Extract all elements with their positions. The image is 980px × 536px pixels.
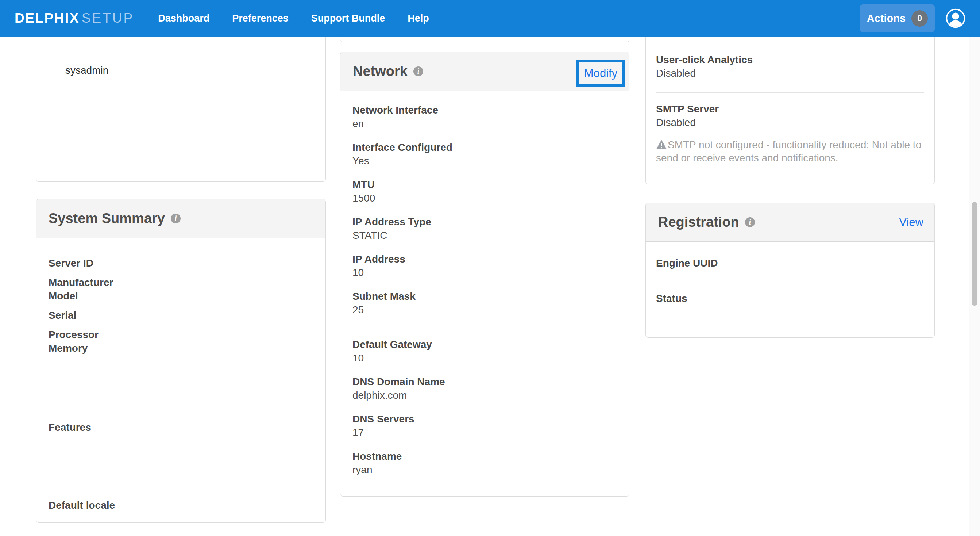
network-field-row: DNS Servers 17 [352,412,617,439]
actions-button-label: Actions [867,13,905,24]
network-body: Network Interface en Interface Configure… [340,91,629,477]
smtp-server-label: SMTP Server [656,102,719,116]
network-card: Network i Modify Network Interface en In… [340,52,629,496]
info-icon[interactable]: i [745,217,755,227]
actions-button[interactable]: Actions 0 [860,5,935,32]
network-interface-value: en [352,117,617,130]
registration-card: Registration i View Engine UUID Status [646,203,935,338]
previous-card-remnant [340,37,629,42]
network-field-row: Default Gateway 10 [352,338,617,365]
default-gateway-value: 10 [352,351,617,365]
nav-item-dashboard[interactable]: Dashboard [158,13,209,24]
network-field-row: Hostname ryan [352,450,617,477]
hostname-value: ryan [352,463,617,477]
user-click-analytics-label: User-click Analytics [656,53,753,67]
network-field-row: Subnet Mask 25 [352,290,617,317]
ip-address-label: IP Address [352,252,617,266]
registration-view-link[interactable]: View [899,216,923,229]
session-card: sysadmin [36,37,326,182]
network-section-divider [352,327,617,327]
interface-configured-label: Interface Configured [352,140,617,154]
features-label: Features [49,421,313,434]
default-gateway-label: Default Gateway [352,338,617,351]
info-icon[interactable]: i [171,214,181,223]
smtp-warning-message: SMTP not configured - functionality redu… [656,139,926,165]
system-summary-body: Server ID Manufacturer Model Serial Proc… [36,238,325,512]
server-id-label: Server ID [49,256,313,270]
network-field-row: Interface Configured Yes [352,140,617,168]
system-summary-title: System Summary [49,211,165,227]
user-avatar-button[interactable] [946,8,966,28]
network-modify-button[interactable]: Modify [576,59,625,87]
nav-item-support-bundle[interactable]: Support Bundle [311,13,385,24]
interface-configured-value: Yes [352,154,617,168]
network-interface-label: Network Interface [352,103,617,117]
network-title: Network [353,64,407,79]
engine-uuid-label: Engine UUID [656,256,924,270]
nav-menu: Dashboard Preferences Support Bundle Hel… [158,13,429,24]
system-summary-header: System Summary i [36,199,325,238]
registration-body: Engine UUID Status [646,242,934,305]
dns-servers-label: DNS Servers [352,412,617,426]
ip-address-type-label: IP Address Type [352,215,617,228]
subnet-mask-label: Subnet Mask [352,290,617,303]
brand-primary-text: DELPHIX [14,11,80,26]
smtp-warning-text: SMTP not configured - functionality redu… [656,139,921,164]
processor-label: Processor [49,328,313,341]
network-modify-label: Modify [584,67,617,80]
smtp-server-value: Disabled [656,116,719,129]
registration-header: Registration i View [646,203,934,242]
page-scrollbar-thumb[interactable] [972,202,977,306]
hostname-label: Hostname [352,450,617,463]
brand-logo[interactable]: DELPHIXSETUP [14,11,134,26]
manufacturer-label: Manufacturer [49,276,313,289]
network-field-row: IP Address 10 [352,252,617,279]
model-label: Model [49,289,313,303]
status-divider-middle [656,93,924,93]
page-scrollbar-track[interactable] [969,37,980,536]
ip-address-value: 10 [352,266,617,279]
status-field-row: SMTP Server Disabled [656,102,719,129]
network-field-row: Network Interface en [352,103,617,130]
mtu-value: 1500 [352,191,617,205]
status-divider-top [656,43,924,43]
mtu-label: MTU [352,178,617,191]
system-summary-card: System Summary i Server ID Manufacturer … [36,199,326,523]
status-field-row: User-click Analytics Disabled [656,53,753,80]
default-locale-label: Default locale [49,498,313,512]
session-divider-bottom [46,86,315,87]
registration-title: Registration [658,214,739,230]
info-icon[interactable]: i [414,67,423,76]
nav-item-help[interactable]: Help [407,13,429,24]
dns-servers-value: 17 [352,426,617,439]
brand-secondary-text: SETUP [82,11,134,26]
user-click-analytics-value: Disabled [656,67,753,80]
network-field-row: IP Address Type STATIC [352,215,617,242]
dns-domain-name-value: delphix.com [352,389,617,402]
user-icon [946,8,966,28]
status-card: User-click Analytics Disabled SMTP Serve… [646,37,935,184]
ip-address-type-value: STATIC [352,228,617,242]
network-header: Network i Modify [340,52,629,91]
network-field-row: DNS Domain Name delphix.com [352,375,617,402]
delphix-setup-dashboard: DELPHIXSETUP Dashboard Preferences Suppo… [0,0,980,536]
session-divider-top [46,52,315,52]
top-nav: DELPHIXSETUP Dashboard Preferences Suppo… [0,0,980,37]
registration-status-label: Status [656,292,924,305]
session-user-name: sysadmin [65,64,108,77]
subnet-mask-value: 25 [352,303,617,317]
network-field-row: MTU 1500 [352,178,617,205]
warning-icon [656,139,667,150]
memory-label: Memory [49,341,313,355]
dns-domain-name-label: DNS Domain Name [352,375,617,389]
nav-item-preferences[interactable]: Preferences [232,13,289,24]
actions-count-badge: 0 [912,10,928,27]
serial-label: Serial [49,308,313,322]
